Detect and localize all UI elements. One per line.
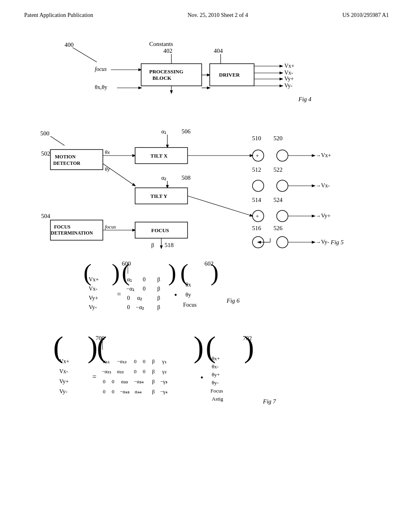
vec1-vxminus: Vx- <box>89 286 98 292</box>
fig7-vec1-vyminus: Vy- <box>59 389 68 395</box>
header-left: Patent Application Publication <box>24 12 93 19</box>
summer6 <box>277 210 288 222</box>
mat-r4c3: β <box>157 304 160 310</box>
label-506: 506 <box>181 128 191 135</box>
label-constants: Constants <box>149 41 173 47</box>
fig5-label: Fig 5 <box>330 239 344 245</box>
mat-r3c3: β <box>157 295 160 301</box>
right-bracket-vec2: ) <box>211 259 219 286</box>
processing-block-box <box>141 64 202 86</box>
m7-r3c1: 0 <box>103 378 106 384</box>
mat-r4c2: −α₂ <box>136 304 144 310</box>
mat-r1c1: α₁ <box>127 276 132 283</box>
m7-r3c2: 0 <box>112 378 115 384</box>
label-vxplus-fig4: Vx+ <box>284 63 294 69</box>
m7-r2c4: 0 <box>143 368 146 374</box>
summer8 <box>277 237 288 248</box>
fig6-label: Fig 6 <box>226 297 240 304</box>
m7-r3c4: −α₃₄ <box>134 378 144 384</box>
fig6-diagram: 600 ( ) Vx+ Vx- Vy+ Vy- = ( ) α₁ 0 β −α₁… <box>53 258 360 327</box>
m7-r2c2: α₂₂ <box>117 368 124 374</box>
right-bracket-mat: ) <box>168 259 176 286</box>
m7-r4c2: 0 <box>112 389 115 395</box>
focus-det-label2: DETERMINATION <box>51 230 93 236</box>
fig7-v2-focus: Focus <box>211 388 223 394</box>
m7-r1c3: 0 <box>134 358 137 364</box>
label-522: 522 <box>273 166 283 173</box>
label-thetay-fig5: θy <box>105 166 110 172</box>
m7-r1c5: β <box>152 358 155 364</box>
mat-r2c3: β <box>157 286 160 292</box>
fig7-v2-thetayplus: θy+ <box>212 372 220 378</box>
motion-detector-label1: MOTION <box>55 154 76 160</box>
motion-detector-label2: DETECTOR <box>53 160 80 166</box>
m7-r1c1: α₁₁ <box>103 358 110 364</box>
label-514: 514 <box>252 197 261 203</box>
label-vyplus-fig4: Vy+ <box>284 76 294 82</box>
fig7-v2-thetayminus: θy- <box>212 380 219 386</box>
m7-r4c4: α₄₄ <box>135 389 142 395</box>
label-vxplus-fig5: →Vx+ <box>315 152 331 158</box>
label-400: 400 <box>65 42 74 48</box>
right-bracket-fig7-v2: ) <box>244 333 254 364</box>
svg-line-0 <box>73 48 97 62</box>
m7-r4c1: 0 <box>103 389 106 395</box>
m7-r2c1: −α₂₁ <box>102 368 111 374</box>
m7-r1c4: 0 <box>143 358 146 364</box>
label-alpha2: α₂ <box>161 175 167 181</box>
fig7-vec1-vyplus: Vy+ <box>59 378 69 384</box>
mat-r4c1: 0 <box>127 304 130 310</box>
fig7-diagram: 700 ( ) Vx+ Vx- Vy+ Vy- = ( ) α₁₁ −α₁₂ 0… <box>37 333 376 422</box>
vec1-vyminus: Vy- <box>89 304 97 310</box>
fig7-vec1-vxplus: Vx+ <box>59 358 69 364</box>
figure-6: 600 ( ) Vx+ Vx- Vy+ Vy- = ( ) α₁ 0 β −α₁… <box>24 258 389 327</box>
label-vyminus-fig5: →Vy- <box>315 239 330 245</box>
focus-label: FOCUS <box>151 227 169 233</box>
summer1-plus: + <box>256 153 259 159</box>
label-theta-fig4: θx,θy <box>95 84 107 90</box>
fig7-v2-thetaxplus: θx+ <box>212 355 220 362</box>
mat-r3c2: α₂ <box>137 295 142 301</box>
m7-r2c6: γ₂ <box>162 368 167 374</box>
right-bracket-fig7-mat: ) <box>194 333 204 364</box>
driver-label: DRIVER <box>219 72 240 78</box>
label-510: 510 <box>252 135 261 141</box>
figure-7: 700 ( ) Vx+ Vx- Vy+ Vy- = ( ) α₁₁ −α₁₂ 0… <box>24 333 389 422</box>
label-focus-fig4: focus <box>95 66 107 72</box>
m7-r3c5: β <box>152 378 155 384</box>
vec2-focus: Focus <box>183 302 196 308</box>
summer5-plus: + <box>256 213 259 219</box>
label-vyminus-fig4: Vy- <box>284 83 293 89</box>
mat-r2c1: −α₁ <box>126 286 135 292</box>
header-right: US 2010/295987 A1 <box>342 12 389 19</box>
header-center: Nov. 25, 2010 Sheet 2 of 4 <box>188 12 248 19</box>
label-500: 500 <box>40 130 50 137</box>
label-504: 504 <box>41 213 50 219</box>
label-518: 518 <box>165 242 174 248</box>
summer2 <box>277 150 288 161</box>
page-header: Patent Application Publication Nov. 25, … <box>24 12 389 19</box>
fig7-label: Fig 7 <box>263 398 277 405</box>
dot-fig7: • <box>200 373 203 382</box>
label-beta: β <box>151 242 154 248</box>
m7-r2c3: 0 <box>134 368 137 374</box>
label-524: 524 <box>273 197 283 203</box>
equals-sign-fig6: = <box>117 290 121 298</box>
mat-r1c2: 0 <box>143 276 146 283</box>
m7-r1c6: γ₁ <box>162 358 167 364</box>
tilt-y-label: TILT Y <box>150 193 167 199</box>
tilt-x-label: TILT X <box>150 153 168 159</box>
svg-line-22 <box>188 196 252 216</box>
label-focus-fig5: focus <box>105 224 116 230</box>
m7-r3c3: α₃₃ <box>121 378 128 384</box>
figure-4: 400 Constants 402 404 focus PROCESSING B… <box>24 31 389 115</box>
vec1-vxplus: Vx+ <box>89 276 99 283</box>
motion-detector-box <box>50 150 103 170</box>
m7-r2c5: β <box>152 368 155 374</box>
vec1-vyplus: Vy+ <box>89 295 98 301</box>
m7-r4c3: −α₄₃ <box>120 389 129 395</box>
processing-block-label2: BLOCK <box>152 75 172 81</box>
label-520: 520 <box>273 135 283 141</box>
m7-r1c2: −α₁₂ <box>117 358 127 364</box>
label-alpha1: α₁ <box>161 129 167 135</box>
